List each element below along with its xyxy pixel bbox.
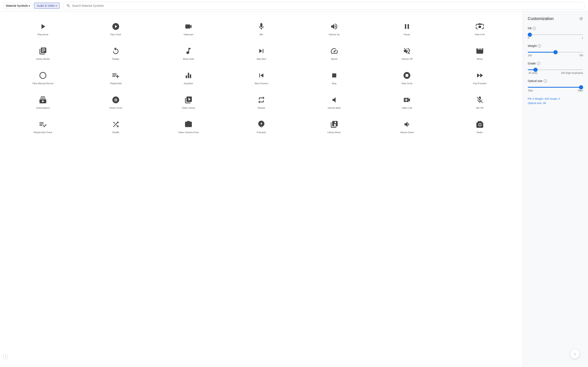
sidebar-title: Customization bbox=[528, 16, 554, 21]
summary-line2: Optical size: 48 bbox=[528, 101, 583, 105]
icon-label-volume_mute: Volume Mute bbox=[328, 106, 341, 109]
icon-label-playlist_add: Playlist Add bbox=[110, 82, 121, 85]
skip_next-icon bbox=[257, 47, 265, 55]
summary-line1: Fill: 0 Weight: 400 Grade: 0 bbox=[528, 97, 583, 101]
search-input[interactable] bbox=[72, 4, 581, 7]
search-bar bbox=[63, 2, 585, 9]
optical-size-info-icon[interactable]: i bbox=[544, 79, 547, 83]
icon-cell-speed[interactable]: Speed bbox=[298, 41, 371, 65]
icon-label-pause: Pause bbox=[404, 33, 410, 36]
icon-cell-fiber_manual_record[interactable]: Fiber Manual Record bbox=[7, 65, 79, 90]
icon-cell-library_books[interactable]: Library Books bbox=[7, 41, 79, 65]
icon-label-mic_off: Mic Off bbox=[476, 106, 483, 109]
optical-size-control: Optical size i 20px 48px bbox=[528, 79, 583, 92]
play_circle-icon bbox=[112, 22, 120, 31]
customization-summary: Fill: 0 Weight: 400 Grade: 0 Optical siz… bbox=[528, 97, 583, 105]
icon-label-fast_forward: Fast Forward bbox=[473, 82, 486, 85]
playlist_add-icon bbox=[112, 71, 120, 80]
weight-control: Weight i 100 700 bbox=[528, 44, 583, 57]
icon-cell-equalizer[interactable]: Equalizer bbox=[152, 65, 225, 90]
icon-cell-playlist_add[interactable]: Playlist Add bbox=[79, 65, 152, 90]
icon-cell-volume_up[interactable]: Volume Up bbox=[298, 16, 371, 41]
icon-label-podcasts: Podcasts bbox=[257, 131, 266, 134]
icon-cell-play_arrow[interactable]: Play Arrow bbox=[7, 16, 79, 41]
main-layout: Play ArrowPlay CircleVideocamMicVolume U… bbox=[0, 11, 588, 367]
audio-video-dropdown[interactable]: Audio & Video bbox=[34, 3, 60, 9]
icon-cell-videocam[interactable]: Videocam bbox=[152, 16, 225, 41]
scroll-top-button[interactable]: ↑ bbox=[570, 349, 580, 359]
fiber_manual_record-icon bbox=[39, 71, 47, 80]
icon-cell-fast_forward[interactable]: Fast Forward bbox=[443, 65, 516, 90]
icon-cell-radio[interactable]: Radio bbox=[443, 114, 516, 139]
grade-slider[interactable] bbox=[528, 69, 583, 70]
optical-size-min: 20px bbox=[528, 89, 533, 92]
play_arrow-icon bbox=[39, 22, 47, 31]
volume_down-icon bbox=[403, 120, 411, 128]
material-symbols-dropdown[interactable]: Material Symbols bbox=[3, 3, 33, 9]
icon-cell-podcasts[interactable]: Podcasts bbox=[225, 114, 298, 139]
weight-slider[interactable] bbox=[528, 52, 583, 53]
fill-min: 0 bbox=[528, 36, 529, 39]
icon-cell-stop_circle[interactable]: Stop Circle bbox=[371, 65, 443, 90]
icon-cell-pause_circle[interactable]: Pause Circle bbox=[79, 90, 152, 114]
optical-size-labels: 20px 48px bbox=[528, 89, 583, 92]
header: Material Symbols Audio & Video bbox=[0, 0, 588, 11]
icon-cell-skip_next[interactable]: Skip Next bbox=[225, 41, 298, 65]
icon-cell-view_in_ar[interactable]: View In Ar bbox=[443, 16, 516, 41]
icon-label-replay: Replay bbox=[112, 58, 119, 60]
icon-cell-stop[interactable]: Stop bbox=[298, 65, 371, 90]
icon-label-stop: Stop bbox=[332, 82, 337, 85]
icon-cell-movie[interactable]: Movie bbox=[443, 41, 516, 65]
grade-control: Grade i -25 (low) 200 (high emphasis) bbox=[528, 62, 583, 75]
icon-label-repeat: Repeat bbox=[258, 106, 265, 109]
grade-label: Grade i bbox=[528, 62, 583, 65]
icon-cell-volume_off[interactable]: Volume Off bbox=[371, 41, 443, 65]
chevron-down-icon-2 bbox=[56, 4, 57, 7]
grade-info-icon[interactable]: i bbox=[537, 62, 540, 65]
pause-icon bbox=[403, 22, 411, 31]
weight-info-icon[interactable]: i bbox=[538, 44, 541, 48]
icon-cell-pause[interactable]: Pause bbox=[371, 16, 443, 41]
grade-labels: -25 (low) 200 (high emphasis) bbox=[528, 72, 583, 75]
icon-label-video_camera_front: Video Camera Front bbox=[178, 131, 199, 134]
icon-label-pause_circle: Pause Circle bbox=[109, 106, 122, 109]
optical-size-slider[interactable] bbox=[528, 87, 583, 88]
feedback-button[interactable]: ! bbox=[3, 354, 8, 359]
sidebar: Customization Fill i 0 1 Weight i bbox=[523, 11, 588, 367]
icon-cell-mic[interactable]: Mic bbox=[225, 16, 298, 41]
fill-slider[interactable] bbox=[528, 34, 583, 35]
repeat-icon bbox=[257, 96, 265, 104]
stop_circle-icon bbox=[403, 71, 411, 80]
icon-label-play_arrow: Play Arrow bbox=[38, 33, 48, 36]
icon-cell-video_camera_front[interactable]: Video Camera Front bbox=[152, 114, 225, 139]
icon-cell-replay[interactable]: Replay bbox=[79, 41, 152, 65]
icon-grid: Play ArrowPlay CircleVideocamMicVolume U… bbox=[7, 16, 516, 139]
icon-cell-video_call[interactable]: Video Call bbox=[371, 90, 443, 114]
icon-cell-skip_previous[interactable]: Skip Previous bbox=[225, 65, 298, 90]
icon-cell-mic_off[interactable]: Mic Off bbox=[443, 90, 516, 114]
icon-label-subscriptions: Subscriptions bbox=[36, 106, 50, 109]
icon-cell-video_library[interactable]: Video Library bbox=[152, 90, 225, 114]
icon-cell-library_music[interactable]: Library Music bbox=[298, 114, 371, 139]
icon-label-video_call: Video Call bbox=[402, 106, 412, 109]
icon-label-library_books: Library Books bbox=[36, 58, 50, 60]
optical-size-max: 48px bbox=[578, 89, 583, 92]
icon-cell-play_circle[interactable]: Play Circle bbox=[79, 16, 152, 41]
speed-icon bbox=[330, 47, 338, 55]
sidebar-header: Customization bbox=[528, 16, 583, 22]
icon-label-speed: Speed bbox=[331, 58, 337, 60]
fast_forward-icon bbox=[476, 71, 484, 80]
optical-size-label: Optical size i bbox=[528, 79, 583, 83]
reset-button[interactable] bbox=[579, 17, 583, 21]
icon-cell-subscriptions[interactable]: Subscriptions bbox=[7, 90, 79, 114]
icon-cell-shuffle[interactable]: Shuffle bbox=[79, 114, 152, 139]
volume_up-icon bbox=[330, 22, 338, 31]
icon-label-skip_next: Skip Next bbox=[256, 58, 266, 60]
icon-cell-volume_down[interactable]: Volume Down bbox=[371, 114, 443, 139]
icon-cell-volume_mute[interactable]: Volume Mute bbox=[298, 90, 371, 114]
icon-cell-music_note[interactable]: Music Note bbox=[152, 41, 225, 65]
videocam-icon bbox=[184, 22, 192, 31]
fill-info-icon[interactable]: i bbox=[533, 27, 536, 30]
icon-cell-playlist_add_check[interactable]: Playlist Add Check bbox=[7, 114, 79, 139]
icon-cell-repeat[interactable]: Repeat bbox=[225, 90, 298, 114]
